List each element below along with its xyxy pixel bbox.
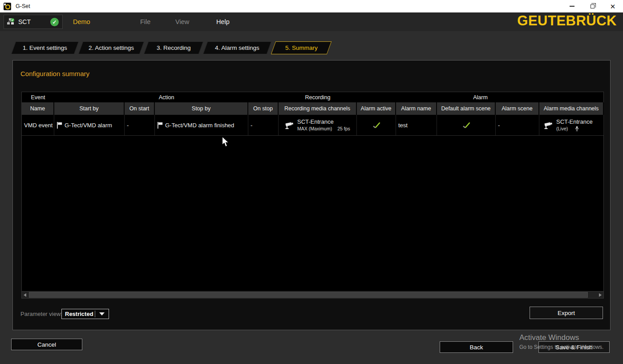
cell-start-by: G-Tect/VMD alarm: [54, 115, 125, 135]
menu-item-view[interactable]: View: [175, 12, 189, 31]
menu-item-file[interactable]: File: [140, 12, 150, 31]
parameter-view-value: Restricted: [62, 311, 95, 317]
table-header-row: Name Start by On start Stop by On stop R…: [22, 102, 603, 115]
tab-label: 3. Recording: [157, 44, 191, 51]
tab-label: 2. Action settings: [89, 44, 134, 51]
cell-recording-media-channels: SCT-Entrance MAX (Maximum)25 fps: [279, 115, 357, 135]
column-header-alarm-active: Alarm active: [357, 102, 396, 115]
stop-by-text: G-Tect/VMD alarm finished: [165, 122, 234, 129]
restore-button[interactable]: [582, 0, 603, 12]
flag-icon: [157, 122, 163, 129]
watermark-title: Activate Windows: [519, 333, 603, 342]
export-button[interactable]: Export: [530, 307, 603, 319]
tab-event-settings[interactable]: 1. Event settings: [11, 41, 79, 54]
tab-recording[interactable]: 3. Recording: [144, 41, 204, 54]
parameter-view-label: Parameter view:: [20, 311, 62, 317]
flag-icon: [57, 122, 62, 129]
column-header-alarm-name: Alarm name: [396, 102, 437, 115]
parameter-view-dropdown[interactable]: Restricted: [61, 309, 109, 319]
alarm-media-mode: (Live): [556, 126, 568, 132]
cell-on-stop: -: [248, 115, 279, 135]
menu-item-help[interactable]: Help: [216, 12, 230, 31]
g-set-window: G-Set ✕ SCT ✓ Demo File View: [0, 0, 623, 364]
scrollbar-track[interactable]: [28, 291, 597, 299]
scroll-right-icon: [599, 293, 602, 297]
close-button[interactable]: ✕: [603, 0, 623, 12]
scroll-left-button[interactable]: [22, 291, 28, 299]
alarm-name-text: test: [398, 122, 408, 129]
table-row: VMD event G-Tect/VMD alarm - G-Tect/VMD …: [22, 115, 603, 136]
cell-on-start: -: [125, 115, 155, 135]
horizontal-scrollbar[interactable]: [22, 291, 603, 298]
title-bar: G-Set ✕: [0, 0, 623, 12]
minimize-icon: [570, 6, 574, 7]
group-header-event: Event: [22, 92, 54, 102]
summary-panel: Configuration summary Event Action Recor…: [12, 60, 611, 330]
sct-server-label: SCT: [18, 18, 31, 25]
cell-alarm-name: test: [396, 115, 437, 135]
cell-default-alarm-scene: [437, 115, 496, 135]
column-header-start-by: Start by: [54, 102, 125, 115]
checkmark-icon: [372, 121, 381, 129]
sct-server-button[interactable]: SCT ✓: [4, 15, 63, 29]
cell-event-name: VMD event: [22, 115, 54, 135]
table-group-header-row: Event Action Recording Alarm: [22, 92, 603, 102]
scroll-left-icon: [24, 293, 26, 297]
connection-ok-icon: ✓: [50, 18, 59, 26]
column-header-default-alarm-scene: Default alarm scene: [437, 102, 496, 115]
chevron-down-icon: [99, 312, 105, 315]
tab-label: 4. Alarm settings: [215, 44, 259, 51]
table-body-empty-area: [22, 136, 603, 291]
tab-summary[interactable]: 5. Summary: [271, 41, 332, 54]
menu-item-demo[interactable]: Demo: [73, 12, 90, 31]
column-header-name: Name: [22, 102, 54, 115]
app-icon: [4, 3, 11, 10]
column-header-alarm-media-channels: Alarm media channels: [539, 102, 604, 115]
back-button[interactable]: Back: [440, 341, 513, 353]
wizard-tabs: 1. Event settings 2. Action settings 3. …: [13, 41, 329, 54]
recording-channel-name: SCT-Entrance: [297, 118, 350, 125]
panel-heading: Configuration summary: [20, 70, 89, 77]
window-title: G-Set: [16, 3, 30, 9]
menu-bar: SCT ✓ Demo File View Help GEUTEBRÜCK: [0, 12, 623, 31]
cell-alarm-media-channels: SCT-Entrance (Live): [539, 115, 604, 135]
on-stop-text: -: [251, 122, 252, 129]
summary-table: Event Action Recording Alarm Name Start …: [21, 92, 604, 299]
dropdown-arrow-button[interactable]: [95, 312, 109, 315]
close-icon: ✕: [610, 3, 616, 10]
cell-stop-by: G-Tect/VMD alarm finished: [155, 115, 248, 135]
tab-action-settings[interactable]: 2. Action settings: [78, 41, 145, 54]
tab-alarm-settings[interactable]: 4. Alarm settings: [203, 41, 272, 54]
column-header-alarm-scene: Alarm scene: [496, 102, 539, 115]
camera-icon: [285, 121, 295, 130]
column-header-recording-media-channels: Recording media channels: [279, 102, 357, 115]
on-start-text: -: [127, 122, 129, 129]
checkmark-icon: [461, 121, 471, 129]
group-header-alarm: Alarm: [357, 92, 604, 102]
scrollbar-thumb[interactable]: [29, 292, 588, 298]
cell-alarm-scene: -: [496, 115, 539, 135]
window-controls: ✕: [562, 0, 623, 12]
group-header-action: Action: [54, 92, 279, 102]
group-header-recording: Recording: [279, 92, 357, 102]
tab-label: 1. Event settings: [23, 44, 67, 51]
camera-icon: [544, 121, 554, 130]
recording-fps: 25 fps: [337, 126, 350, 132]
geutebrueck-logo: GEUTEBRÜCK: [517, 13, 617, 29]
network-icon: [7, 18, 16, 26]
restore-icon: [591, 4, 595, 8]
column-header-on-stop: On stop: [248, 102, 279, 115]
alarm-scene-text: -: [498, 122, 500, 129]
microphone-icon: [575, 126, 579, 131]
cell-alarm-active: [357, 115, 396, 135]
recording-channel-info: SCT-Entrance MAX (Maximum)25 fps: [297, 118, 350, 131]
minimize-button[interactable]: [562, 0, 582, 12]
tab-label: 5. Summary: [285, 44, 318, 51]
scroll-right-button[interactable]: [597, 291, 603, 299]
alarm-channel-name: SCT-Entrance: [556, 118, 593, 125]
cancel-button[interactable]: Cancel: [11, 339, 82, 350]
column-header-on-start: On start: [125, 102, 155, 115]
alarm-channel-info: SCT-Entrance (Live): [556, 118, 593, 131]
save-finish-button[interactable]: Save & Finish: [538, 341, 610, 353]
event-name-text: VMD event: [24, 122, 53, 129]
